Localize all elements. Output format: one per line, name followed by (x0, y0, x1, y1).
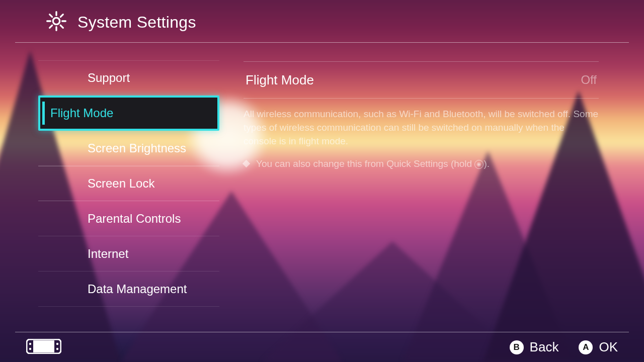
sidebar-item-screen-brightness[interactable]: Screen Brightness (38, 131, 219, 166)
svg-point-0 (53, 18, 59, 24)
sidebar-item-label: Screen Lock (88, 176, 154, 191)
sidebar-item-label: Screen Brightness (88, 141, 186, 155)
sidebar-item-flight-mode[interactable]: Flight Mode (38, 96, 219, 131)
sidebar-item-label: Data Management (88, 282, 187, 296)
sidebar-item-support[interactable]: Support (38, 60, 219, 96)
svg-line-6 (60, 25, 63, 28)
svg-point-14 (56, 347, 58, 349)
footer: B Back A OK (15, 332, 629, 362)
header: System Settings (15, 0, 629, 43)
flight-mode-toggle-row[interactable]: Flight Mode Off (244, 61, 599, 99)
controller-icon (26, 339, 61, 356)
sidebar-item-internet[interactable]: Internet (38, 236, 219, 272)
svg-point-13 (56, 342, 58, 344)
setting-value: Off (581, 73, 597, 87)
content-pane: Flight Mode Off All wireless communicati… (221, 46, 644, 332)
a-button-icon: A (579, 340, 593, 354)
svg-line-5 (50, 15, 52, 17)
page-title: System Settings (77, 13, 196, 32)
svg-line-8 (60, 15, 63, 17)
sidebar-item-label: Internet (88, 247, 128, 261)
home-button-icon: ◉ (474, 160, 484, 169)
sidebar-item-label: Support (88, 71, 130, 85)
svg-point-12 (29, 347, 31, 349)
sidebar-item-label: Parental Controls (88, 212, 181, 226)
sidebar-item-screen-lock[interactable]: Screen Lock (38, 166, 219, 201)
setting-hint: You can also change this from Quick Sett… (244, 158, 599, 169)
back-label: Back (530, 339, 559, 355)
sidebar-item-label: Flight Mode (50, 106, 113, 120)
setting-description: All wireless communication, such as Wi-F… (244, 108, 599, 148)
ok-label: OK (599, 339, 618, 355)
setting-label: Flight Mode (246, 72, 314, 88)
b-button-icon: B (510, 340, 524, 354)
diamond-icon (243, 160, 251, 168)
svg-line-7 (50, 25, 52, 28)
sidebar-item-data-management[interactable]: Data Management (38, 272, 219, 307)
svg-point-11 (29, 342, 31, 344)
gear-icon (46, 11, 66, 33)
svg-rect-10 (33, 340, 54, 352)
ok-button[interactable]: A OK (579, 339, 618, 355)
sidebar: Support Flight Mode Screen Brightness Sc… (0, 46, 221, 332)
sidebar-item-parental-controls[interactable]: Parental Controls (38, 201, 219, 236)
back-button[interactable]: B Back (510, 339, 559, 355)
